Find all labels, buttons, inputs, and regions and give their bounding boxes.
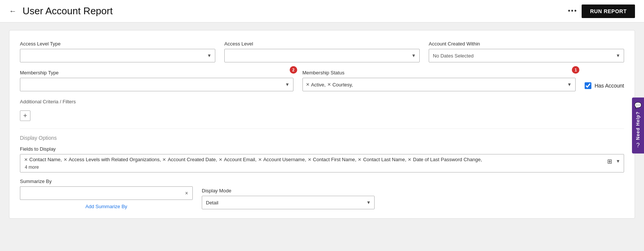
section-divider — [20, 129, 624, 129]
filter-row-2: Membership Type ▼ 2 Membership Status ✕ … — [20, 70, 624, 91]
display-mode-select[interactable]: Detail Summary — [202, 196, 375, 209]
add-summarize-by-link[interactable]: Add Summarize By — [20, 204, 193, 209]
account-created-within-group: Account Created Within No Dates Selected… — [429, 41, 624, 62]
additional-criteria-label: Additional Criteria / Filters — [20, 99, 76, 104]
access-level-type-wrapper: ▼ — [20, 49, 215, 62]
more-options-button[interactable]: ••• — [568, 7, 577, 15]
field-tag-account-email: ✕ Account Email, — [219, 157, 257, 162]
has-account-label: Has Account — [594, 83, 624, 89]
header-left: ← User Account Report — [9, 5, 113, 17]
has-account-checkbox-group: Has Account — [585, 81, 624, 89]
remove-courtesy-icon[interactable]: ✕ — [327, 82, 331, 87]
field-tag-contact-name: ✕ Contact Name, — [24, 157, 62, 162]
membership-type-wrapper: ▼ — [20, 78, 293, 91]
field-tag-contact-first-name: ✕ Contact First Name, — [308, 157, 357, 162]
access-level-type-label: Access Level Type — [20, 41, 215, 47]
access-level-group: Access Level ▼ — [224, 41, 420, 62]
membership-type-badge: 2 — [290, 66, 297, 74]
membership-type-label: Membership Type — [20, 70, 293, 76]
filter-row-1: Access Level Type ▼ Access Level ▼ — [20, 41, 624, 62]
bottom-row: Summarize By × Add Summarize By Display … — [20, 178, 624, 209]
account-created-within-wrapper: No Dates Selected ▼ — [429, 49, 624, 62]
display-mode-group: Display Mode Detail Summary ▼ — [202, 188, 375, 209]
add-criteria-button[interactable]: + — [20, 110, 30, 121]
need-help-question-icon: ? — [636, 142, 640, 149]
membership-type-group: Membership Type ▼ 2 — [20, 70, 293, 91]
display-mode-label: Display Mode — [202, 188, 375, 194]
remove-account-email-icon[interactable]: ✕ — [219, 157, 222, 162]
account-created-within-select[interactable]: No Dates Selected — [429, 49, 624, 62]
fields-to-display-group: Fields to Display ✕ Contact Name, ✕ Acce… — [20, 146, 624, 172]
access-level-type-select[interactable] — [20, 49, 215, 62]
page-title: User Account Report — [23, 5, 113, 17]
remove-date-last-password-icon[interactable]: ✕ — [408, 157, 411, 162]
need-help-panel[interactable]: 💬 Need Help? ? — [632, 97, 644, 153]
display-mode-wrapper: Detail Summary ▼ — [202, 196, 375, 209]
access-level-label: Access Level — [224, 41, 420, 47]
display-options-title: Display Options — [20, 135, 624, 141]
membership-status-select[interactable]: ✕ Active, ✕ Courtesy, ▼ — [302, 78, 576, 91]
has-account-group: Has Account — [585, 77, 624, 91]
fields-to-display-select[interactable]: ✕ Contact Name, ✕ Access Levels with Rel… — [20, 154, 624, 172]
access-level-select[interactable] — [224, 49, 420, 62]
summarize-by-label: Summarize By — [20, 178, 193, 184]
field-tag-contact-last-name: ✕ Contact Last Name, — [358, 157, 406, 162]
main-content: Access Level Type ▼ Access Level ▼ — [0, 23, 644, 226]
remove-contact-first-name-icon[interactable]: ✕ — [308, 157, 311, 162]
header: ← User Account Report ••• RUN REPORT — [0, 0, 644, 23]
summarize-clear-button[interactable]: × — [181, 186, 193, 200]
summarize-input-row: × — [20, 186, 193, 200]
membership-type-select[interactable] — [20, 78, 293, 91]
summarize-by-input[interactable] — [20, 186, 181, 200]
field-tag-account-username: ✕ Account Username, — [258, 157, 306, 162]
additional-criteria-row: Additional Criteria / Filters + — [20, 99, 624, 121]
run-report-button[interactable]: RUN REPORT — [582, 5, 635, 18]
field-tag-account-created-date: ✕ Account Created Date, — [162, 157, 217, 162]
remove-access-levels-icon[interactable]: ✕ — [63, 157, 67, 162]
fields-to-display-label: Fields to Display — [20, 146, 624, 152]
access-level-wrapper: ▼ — [224, 49, 420, 62]
filter-card: Access Level Type ▼ Access Level ▼ — [9, 30, 635, 219]
header-right: ••• RUN REPORT — [568, 5, 635, 18]
membership-status-group: Membership Status ✕ Active, ✕ Courtesy, … — [302, 70, 576, 91]
remove-contact-name-icon[interactable]: ✕ — [24, 157, 28, 162]
remove-account-created-date-icon[interactable]: ✕ — [162, 157, 166, 162]
membership-status-tag-courtesy: ✕ Courtesy, — [327, 82, 353, 88]
field-tag-access-levels: ✕ Access Levels with Related Organizatio… — [63, 157, 161, 162]
account-created-within-label: Account Created Within — [429, 41, 624, 47]
has-account-checkbox[interactable] — [585, 82, 591, 89]
remove-active-icon[interactable]: ✕ — [306, 82, 310, 87]
back-button[interactable]: ← — [9, 7, 17, 15]
remove-account-username-icon[interactable]: ✕ — [258, 157, 262, 162]
access-level-type-group: Access Level Type ▼ — [20, 41, 215, 62]
fields-display-wrapper: ✕ Contact Name, ✕ Access Levels with Rel… — [20, 154, 624, 172]
membership-status-badge: 1 — [572, 66, 579, 74]
fields-more-count: 4 more — [24, 164, 610, 170]
remove-contact-last-name-icon[interactable]: ✕ — [358, 157, 361, 162]
membership-status-label: Membership Status — [302, 70, 576, 76]
need-help-chat-icon: 💬 — [634, 102, 642, 109]
field-tag-date-last-password: ✕ Date of Last Password Change, — [408, 157, 482, 162]
summarize-by-group: Summarize By × Add Summarize By — [20, 178, 193, 209]
need-help-label: Need Help? — [635, 111, 641, 140]
membership-status-arrow-icon: ▼ — [567, 82, 572, 87]
membership-status-tag-active: ✕ Active, — [306, 82, 326, 88]
